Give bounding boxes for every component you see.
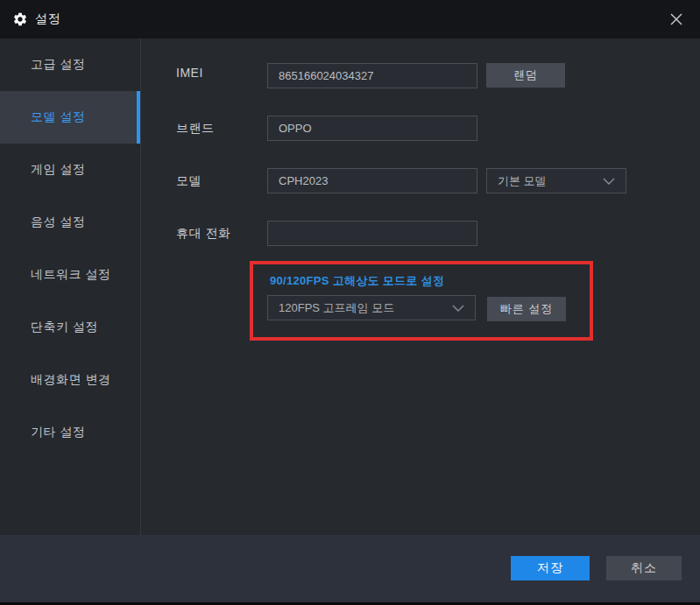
window-title: 설정	[35, 11, 61, 27]
brand-label: 브랜드	[176, 121, 215, 137]
footer-bar: 저장 취소	[0, 535, 700, 602]
sidebar-item-label: 모델 설정	[31, 109, 85, 125]
sidebar-item-label: 기타 설정	[31, 425, 85, 440]
save-button[interactable]: 저장	[511, 556, 590, 580]
sidebar: 고급 설정 모델 설정 게임 설정 음성 설정 네트워크 설정 단축키 설정 배…	[0, 39, 141, 535]
sidebar-item-game[interactable]: 게임 설정	[0, 144, 140, 196]
imei-label: IMEI	[176, 66, 203, 80]
fps-mode-value: 120FPS 고프레임 모드	[279, 300, 394, 316]
phone-label: 휴대 전화	[176, 226, 230, 242]
cancel-button[interactable]: 취소	[606, 556, 682, 580]
chevron-down-icon	[452, 305, 464, 312]
imei-input[interactable]	[267, 63, 477, 88]
model-input[interactable]	[267, 168, 477, 193]
random-button[interactable]: 랜덤	[486, 63, 565, 88]
gear-icon	[12, 11, 28, 27]
title-bar: 설정	[0, 0, 700, 39]
sidebar-item-label: 게임 설정	[31, 162, 85, 178]
sidebar-item-voice[interactable]: 음성 설정	[0, 196, 140, 249]
model-settings-panel: IMEI 랜덤 브랜드 모델 기본 모델 휴대 전화 90/120FPS 고해상…	[142, 39, 700, 535]
close-icon[interactable]	[658, 0, 695, 39]
sidebar-item-label: 네트워크 설정	[31, 267, 110, 283]
sidebar-item-advanced[interactable]: 고급 설정	[0, 39, 140, 91]
sidebar-item-network[interactable]: 네트워크 설정	[0, 249, 140, 301]
sidebar-item-label: 음성 설정	[31, 215, 85, 230]
sidebar-item-wallpaper[interactable]: 배경화면 변경	[0, 354, 140, 406]
model-preset-dropdown[interactable]: 기본 모델	[486, 168, 626, 193]
sidebar-item-label: 고급 설정	[31, 57, 85, 73]
sidebar-item-model[interactable]: 모델 설정	[0, 91, 140, 144]
brand-input[interactable]	[267, 116, 477, 141]
phone-input[interactable]	[267, 221, 477, 246]
sidebar-item-label: 단축키 설정	[31, 320, 98, 335]
settings-window: 설정 고급 설정 모델 설정 게임 설정 음성 설정 네트워크 설정 단축키 설…	[0, 0, 700, 605]
sidebar-item-label: 배경화면 변경	[31, 372, 110, 388]
chevron-down-icon	[603, 178, 615, 185]
sidebar-item-hotkey[interactable]: 단축키 설정	[0, 301, 140, 354]
fps-mode-dropdown[interactable]: 120FPS 고프레임 모드	[267, 295, 476, 320]
quick-setup-button[interactable]: 빠른 설정	[487, 297, 566, 321]
model-label: 모델	[176, 173, 202, 189]
fps-mode-link[interactable]: 90/120FPS 고해상도 모드로 설정	[270, 273, 444, 289]
model-preset-value: 기본 모델	[498, 173, 547, 189]
sidebar-item-other[interactable]: 기타 설정	[0, 406, 140, 459]
